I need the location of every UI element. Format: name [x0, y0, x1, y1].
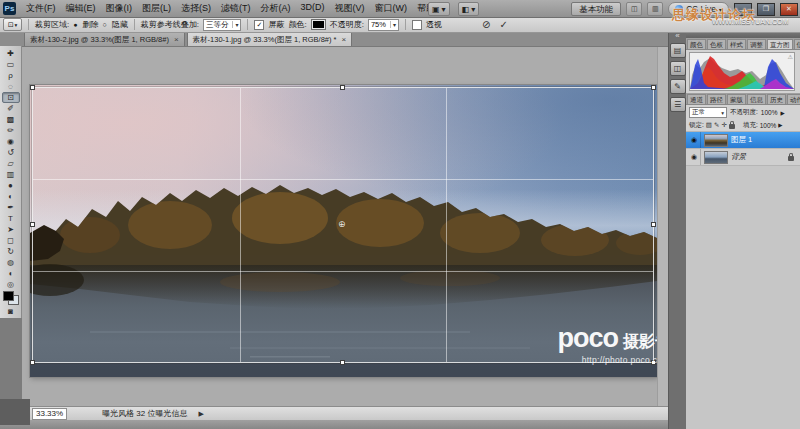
healing-brush-tool[interactable]: ▩ [2, 114, 20, 125]
crop-tool-preset-button[interactable]: ⊡ ▾ [3, 18, 22, 31]
panel-tab[interactable]: 信息 [747, 94, 766, 104]
zoom-tool[interactable]: ◎ [2, 279, 20, 290]
status-flyout-icon[interactable]: ▶ [198, 410, 203, 418]
crop-handle-bottom-center[interactable] [340, 360, 345, 365]
layer-row-layer1[interactable]: ◉ 图层 1 [686, 132, 800, 149]
shield-color-swatch[interactable] [311, 19, 326, 30]
arrange-documents-button[interactable]: ▣ ▾ [428, 2, 450, 16]
menu-item[interactable]: 编辑(E) [61, 2, 101, 15]
lock-transparent-icon[interactable]: ▨ [706, 121, 712, 129]
menu-item[interactable]: 文件(F) [21, 2, 61, 15]
type-tool[interactable]: T [2, 213, 20, 224]
crop-handle-top-left[interactable] [30, 85, 35, 90]
menu-item[interactable]: 选择(S) [176, 2, 216, 15]
shape-tool[interactable]: ◻ [2, 235, 20, 246]
crop-center-reference-icon[interactable]: ⊕ [338, 219, 346, 229]
shield-checkbox[interactable]: ✓ [254, 20, 264, 30]
cs-live-button[interactable]: CS Live ▾ [668, 2, 729, 16]
quick-selection-tool[interactable]: ◌ [2, 81, 20, 92]
view-extras-button[interactable]: ▥ [647, 2, 663, 16]
document-canvas[interactable]: ⊕ poco 摄影专题 http://photo.poco.cn/ [30, 85, 657, 377]
visibility-eye-icon[interactable]: ◉ [688, 149, 701, 165]
crop-handle-middle-left[interactable] [30, 222, 35, 227]
dock-icon-character[interactable]: ✎ [670, 79, 686, 94]
panel-tab[interactable]: 历史 [767, 94, 786, 104]
doc-tab-2[interactable]: 素材-130-1.jpg @ 33.3%(图层 1, RGB/8#) * × [187, 32, 353, 46]
zoom-level-field[interactable]: 33.33% [32, 408, 67, 420]
fill-value[interactable]: 100% [760, 122, 777, 129]
cancel-crop-button[interactable]: ⊘ [482, 19, 490, 30]
gradient-tool[interactable]: ▥ [2, 169, 20, 180]
crop-handle-middle-right[interactable] [651, 222, 656, 227]
quick-mask-button[interactable]: ◙ [2, 306, 20, 317]
marquee-tool[interactable]: ▭ [2, 59, 20, 70]
doc-tab-1[interactable]: 素材-130-2.jpg @ 33.3%(图层 1, RGB/8#) × [24, 32, 185, 46]
crop-bounding-box[interactable]: ⊕ [32, 87, 654, 363]
hide-option-label[interactable]: 隐藏 [112, 19, 128, 30]
screen-mode-button[interactable]: ◧ ▾ [458, 2, 480, 16]
panel-tab[interactable]: 调整 [747, 39, 766, 49]
move-tool[interactable]: ✚ [2, 48, 20, 59]
layer-thumbnail[interactable] [704, 134, 728, 147]
menu-item[interactable]: 视图(V) [330, 2, 370, 15]
brush-tool[interactable]: ✏ [2, 125, 20, 136]
crop-guide-overlay-select[interactable]: 三等分 ▾ [203, 19, 242, 31]
tab-info[interactable]: 信息 [794, 39, 800, 49]
visibility-eye-icon[interactable]: ◉ [688, 132, 701, 148]
menu-item[interactable]: 图像(I) [101, 2, 138, 15]
bridge-button[interactable]: ◫ [626, 2, 642, 16]
blur-tool[interactable]: ● [2, 180, 20, 191]
flyout-icon[interactable]: ▶ [780, 110, 784, 116]
opacity-value[interactable]: 100% [761, 109, 778, 116]
history-brush-tool[interactable]: ↺ [2, 147, 20, 158]
shield-opacity-select[interactable]: 75% ▾ [368, 19, 399, 31]
canvas-workspace[interactable]: ⊕ poco 摄影专题 http://photo.poco.cn/ [22, 46, 668, 406]
3d-orbit-tool[interactable]: ◍ [2, 257, 20, 268]
tab-histogram[interactable]: 直方图 [767, 39, 793, 49]
restore-button[interactable]: ❐ [757, 3, 775, 16]
menu-item[interactable]: 窗口(W) [370, 2, 413, 15]
layer-name[interactable]: 背景 [731, 152, 746, 162]
panel-tab[interactable]: 样式 [727, 39, 746, 49]
workspace-switcher-button[interactable]: 基本功能 [571, 2, 621, 16]
close-button[interactable]: ✕ [780, 3, 798, 16]
clone-stamp-tool[interactable]: ◉ [2, 136, 20, 147]
foreground-color-swatch[interactable] [3, 291, 14, 301]
pen-tool[interactable]: ✒ [2, 202, 20, 213]
eyedropper-tool[interactable]: ✐ [2, 103, 20, 114]
menu-item[interactable]: 滤镜(T) [216, 2, 256, 15]
layer-row-background[interactable]: ◉ 背景 [686, 149, 800, 166]
crop-handle-top-right[interactable] [651, 85, 656, 90]
collapse-panels-icon[interactable]: « [675, 32, 679, 40]
panel-tab[interactable]: 通道 [687, 94, 706, 104]
photoshop-logo-icon[interactable]: Ps [3, 2, 16, 15]
blend-mode-select[interactable]: 正常 ▾ [689, 107, 727, 118]
path-selection-tool[interactable]: ➤ [2, 224, 20, 235]
panel-tab[interactable]: 路径 [707, 94, 726, 104]
minimize-button[interactable]: — [734, 3, 752, 16]
histogram-refresh-warning-icon[interactable]: ⚠ [788, 53, 793, 60]
eraser-tool[interactable]: ▱ [2, 158, 20, 169]
lock-all-icon[interactable] [729, 124, 735, 129]
dock-icon-paragraph[interactable]: ☰ [670, 97, 686, 112]
crop-handle-top-center[interactable] [340, 85, 345, 90]
lasso-tool[interactable]: ρ [2, 70, 20, 81]
panel-tab[interactable]: 蒙版 [727, 94, 746, 104]
tab-close-icon[interactable]: × [342, 35, 347, 44]
dodge-tool[interactable]: ◐ [2, 191, 20, 202]
tab-close-icon[interactable]: × [174, 35, 179, 44]
panel-tab[interactable]: 颜色 [687, 39, 706, 49]
panel-tab[interactable]: 色板 [707, 39, 726, 49]
3d-rotate-tool[interactable]: ↻ [2, 246, 20, 257]
radio-off-icon[interactable]: ○ [102, 21, 106, 28]
delete-option-label[interactable]: 删除 [82, 19, 98, 30]
lock-pixels-icon[interactable]: ✎ [714, 121, 719, 129]
lock-position-icon[interactable]: ✛ [721, 121, 726, 129]
perspective-checkbox[interactable] [412, 20, 422, 30]
crop-handle-bottom-left[interactable] [30, 360, 35, 365]
menu-item[interactable]: 3D(D) [296, 2, 330, 15]
commit-crop-button[interactable]: ✓ [499, 19, 507, 30]
layer-thumbnail[interactable] [704, 151, 728, 164]
menu-item[interactable]: 分析(A) [256, 2, 296, 15]
layer-name[interactable]: 图层 1 [731, 135, 752, 145]
